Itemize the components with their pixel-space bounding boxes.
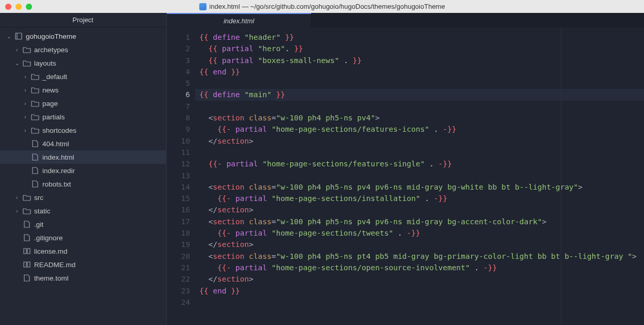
tree-item-src[interactable]: ›src <box>0 191 166 204</box>
code-line[interactable]: {{- partial "home-page-sections/features… <box>195 123 644 135</box>
tree-item--gitignore[interactable]: .gitignore <box>0 231 166 244</box>
tree-item-license-md[interactable]: license.md <box>0 244 166 258</box>
minimize-window-button[interactable] <box>15 4 22 10</box>
editor-tabs: index.html <box>167 13 644 27</box>
tree-item-readme-md[interactable]: README.md <box>0 258 166 271</box>
chevron-right-icon[interactable]: › <box>14 47 20 53</box>
tree-item-label: layouts <box>34 59 56 67</box>
code-line[interactable]: {{- partial "home-page-sections/features… <box>195 158 644 169</box>
code-line[interactable]: </section> <box>195 204 644 215</box>
code-line[interactable]: <section class="w-100 ph4 ph5-ns pv4"> <box>195 112 644 123</box>
tree-item-label: index.html <box>42 153 74 161</box>
line-number: 14 <box>167 181 190 193</box>
tree-item-shortcodes[interactable]: ›shortcodes <box>0 123 166 137</box>
line-number: 13 <box>167 170 190 181</box>
folder-icon <box>31 127 39 134</box>
code-line[interactable]: {{- partial "home-page-sections/tweets" … <box>195 227 644 239</box>
window-controls <box>5 4 32 10</box>
line-number: 17 <box>167 216 190 227</box>
tree-item-label: static <box>34 207 51 215</box>
code-line[interactable]: <section class="w-100 ph4 ph5-ns pv4 pv6… <box>195 216 644 227</box>
tree-item-news[interactable]: ›news <box>0 83 166 97</box>
tree-item-index-html[interactable]: index.html <box>0 150 166 164</box>
tree-item-label: gohugoioTheme <box>26 33 76 40</box>
line-number: 7 <box>167 101 190 112</box>
code-line[interactable]: <section class="w-100 ph4 ph5-ns pv4 pv6… <box>195 181 644 193</box>
tree-item-theme-toml[interactable]: theme.toml <box>0 271 166 285</box>
line-number: 24 <box>167 297 190 308</box>
svg-rect-0 <box>15 33 22 39</box>
chevron-right-icon[interactable]: › <box>23 87 28 93</box>
tree-item-label: shortcodes <box>42 127 76 134</box>
file-icon <box>31 140 39 147</box>
tab-index-html[interactable]: index.html <box>167 13 311 27</box>
line-number: 12 <box>167 158 190 169</box>
line-number: 2 <box>167 43 190 54</box>
code-line[interactable]: {{- partial "home-page-sections/installa… <box>195 193 644 204</box>
code-line[interactable] <box>195 297 644 308</box>
tree-item-archetypes[interactable]: ›archetypes <box>0 43 166 56</box>
tree-item-label: news <box>42 86 59 94</box>
maximize-window-button[interactable] <box>26 4 32 10</box>
code-editor[interactable]: {{ define "header" }} {{ partial "hero".… <box>195 27 644 325</box>
file-icon <box>23 274 31 282</box>
code-line[interactable]: {{ end }} <box>195 285 644 297</box>
line-number: 6 <box>167 89 190 100</box>
folder-icon <box>31 113 39 120</box>
tree-item-page[interactable]: ›page <box>0 97 166 110</box>
tree-item-404-html[interactable]: 404.html <box>0 137 166 150</box>
chevron-down-icon[interactable]: ⌄ <box>14 60 20 66</box>
tree-item-partials[interactable]: ›partials <box>0 110 166 123</box>
code-line[interactable] <box>195 78 644 89</box>
project-sidebar: Project ⌄gohugoioTheme›archetypes⌄layout… <box>0 13 167 325</box>
folder-icon <box>23 46 31 53</box>
chevron-right-icon[interactable]: › <box>23 128 28 133</box>
line-number: 21 <box>167 262 190 273</box>
code-line[interactable]: {{ partial "hero". }} <box>195 43 644 54</box>
tree-item-label: .gitignore <box>34 234 63 242</box>
line-number: 9 <box>167 123 190 135</box>
editor-area: index.html 12345678910111213141516171819… <box>167 13 644 325</box>
tree-item-label: archetypes <box>34 46 68 54</box>
chevron-right-icon[interactable]: › <box>23 74 28 80</box>
chevron-right-icon[interactable]: › <box>23 101 28 106</box>
tree-item-label: .git <box>34 221 43 228</box>
tree-item--default[interactable]: ›_default <box>0 70 166 83</box>
code-line[interactable]: {{- partial "home-page-sections/open-sou… <box>195 262 644 273</box>
code-wrap: 123456789101112131415161718192021222324 … <box>167 27 644 325</box>
code-line[interactable] <box>195 170 644 181</box>
code-line[interactable]: </section> <box>195 135 644 147</box>
tree-item-robots-txt[interactable]: robots.txt <box>0 177 166 191</box>
tree-item--git[interactable]: .git <box>0 218 166 231</box>
code-line[interactable]: </section> <box>195 273 644 285</box>
tab-label: index.html <box>224 17 254 25</box>
folder-icon <box>23 59 31 67</box>
code-line[interactable]: {{ define "main" }} <box>195 89 644 100</box>
file-icon <box>31 153 39 161</box>
chevron-down-icon[interactable]: ⌄ <box>6 34 11 39</box>
line-number: 10 <box>167 135 190 147</box>
code-line[interactable]: </section> <box>195 239 644 250</box>
code-line[interactable]: <section class="w-100 ph4 ph5-ns pt4 pb5… <box>195 251 644 262</box>
tree-item-static[interactable]: ›static <box>0 204 166 218</box>
code-line[interactable] <box>195 147 644 158</box>
sidebar-header: Project <box>0 13 166 27</box>
file-tree[interactable]: ⌄gohugoioTheme›archetypes⌄layouts›_defau… <box>0 27 166 285</box>
tree-item-index-redir[interactable]: index.redir <box>0 164 166 177</box>
close-window-button[interactable] <box>5 4 11 10</box>
tree-item-gohugoiotheme[interactable]: ⌄gohugoioTheme <box>0 29 166 43</box>
line-number: 23 <box>167 285 190 297</box>
chevron-right-icon[interactable]: › <box>23 114 28 120</box>
tree-item-label: _default <box>42 73 67 81</box>
chevron-right-icon[interactable]: › <box>14 195 20 200</box>
chevron-right-icon[interactable]: › <box>14 208 20 214</box>
line-number: 11 <box>167 147 190 158</box>
tree-item-label: src <box>34 194 43 202</box>
folder-icon <box>31 100 39 107</box>
code-line[interactable]: {{ end }} <box>195 66 644 78</box>
tree-item-layouts[interactable]: ⌄layouts <box>0 56 166 70</box>
code-line[interactable] <box>195 101 644 112</box>
code-line[interactable]: {{ partial "boxes-small-news" . }} <box>195 55 644 66</box>
file-icon <box>23 234 31 241</box>
code-line[interactable]: {{ define "header" }} <box>195 32 644 43</box>
